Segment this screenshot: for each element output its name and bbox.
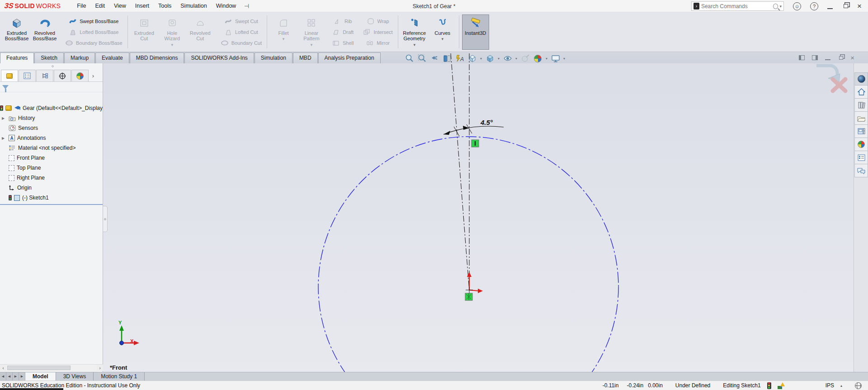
unit-system[interactable]: IPS	[785, 382, 840, 389]
dropdown-arrow-icon[interactable]: ▾	[441, 37, 443, 42]
swept-cut-button[interactable]: Swept Cut	[222, 17, 260, 26]
tab-nav-last-icon[interactable]: ▶	[19, 372, 25, 380]
menu-view[interactable]: View	[109, 0, 131, 12]
unit-system-dropdown-icon[interactable]: ▴	[840, 384, 842, 388]
tab-simulation[interactable]: Simulation	[255, 52, 292, 63]
tab-propertymanager[interactable]	[19, 70, 36, 81]
search-dropdown-icon[interactable]: ▾	[780, 4, 782, 9]
manager-tabs-overflow-icon[interactable]: ›	[89, 70, 97, 81]
angle-dimension-value[interactable]: 4.5°	[481, 119, 493, 126]
view-orientation-dropdown-icon[interactable]: ▾	[480, 57, 482, 61]
tree-item-front-plane[interactable]: Front Plane	[0, 153, 103, 163]
lofted-boss-base-button[interactable]: Lofted Boss/Base	[66, 28, 121, 37]
boundary-cut-button[interactable]: Boundary Cut	[218, 38, 264, 48]
forum-icon[interactable]	[854, 164, 868, 177]
revolved-cut-button[interactable]: Revolved Cut	[187, 14, 214, 50]
reference-geometry-button[interactable]: Reference Geometry ▾	[401, 14, 428, 50]
tree-item-history[interactable]: ▶ History	[0, 113, 103, 123]
edit-appearance-icon[interactable]	[520, 54, 530, 63]
curves-button[interactable]: Curves ▾	[429, 14, 456, 50]
search-commands-box[interactable]: › ▾	[691, 1, 784, 11]
hide-show-items-icon[interactable]	[503, 54, 512, 63]
design-library-icon[interactable]	[854, 99, 868, 112]
close-button[interactable]: ×	[857, 2, 862, 10]
tree-item-right-plane[interactable]: Right Plane	[0, 173, 103, 183]
wrap-button[interactable]: Wrap	[364, 17, 392, 26]
tab-nav-next-icon[interactable]: ▶	[13, 372, 19, 380]
dropdown-arrow-icon[interactable]: ▾	[171, 43, 173, 48]
panel-splitter-handle[interactable]	[52, 65, 54, 67]
tab-nav-first-icon[interactable]: ◀	[0, 372, 6, 380]
document-minimize-button[interactable]	[825, 55, 830, 60]
boundary-boss-base-button[interactable]: Boundary Boss/Base	[63, 38, 125, 48]
menu-tools[interactable]: Tools	[154, 0, 176, 12]
tree-root-gear[interactable]: Gear (Default<<Default>_Display	[0, 103, 103, 113]
document-restore-button[interactable]	[839, 56, 843, 60]
help-icon[interactable]: ?	[810, 2, 818, 10]
scrollbar-track[interactable]	[6, 365, 97, 371]
file-explorer-icon[interactable]	[854, 112, 868, 125]
menu-window[interactable]: Window	[212, 0, 241, 12]
tab-analysis-preparation[interactable]: Analysis Preparation	[318, 52, 381, 63]
dropdown-arrow-icon[interactable]: ▾	[311, 43, 313, 48]
mirror-button[interactable]: Mirror	[363, 38, 392, 48]
view-palette-icon[interactable]	[854, 125, 868, 138]
scrollbar-thumb[interactable]	[7, 366, 71, 370]
tags-globe-icon[interactable]	[855, 382, 862, 389]
display-style-dropdown-icon[interactable]: ▾	[498, 57, 500, 61]
view-settings-icon[interactable]	[551, 54, 560, 63]
dynamic-annotation-views-icon[interactable]: A	[455, 54, 464, 63]
panel-collapse-handle[interactable]	[103, 206, 108, 232]
menu-insert[interactable]: Insert	[131, 0, 154, 12]
tab-displaymanager[interactable]	[71, 70, 89, 81]
section-view-icon[interactable]	[442, 54, 452, 63]
view-settings-dropdown-icon[interactable]: ▾	[563, 57, 565, 61]
tab-evaluate[interactable]: Evaluate	[95, 52, 129, 63]
tab-3d-views[interactable]: 3D Views	[56, 372, 94, 380]
shell-button[interactable]: Shell	[330, 38, 356, 48]
apply-scene-dropdown-icon[interactable]: ▾	[546, 57, 547, 61]
tab-solidworks-add-ins[interactable]: SOLIDWORKS Add-Ins	[184, 52, 254, 63]
hide-show-items-dropdown-icon[interactable]: ▾	[515, 57, 517, 61]
tab-sketch[interactable]: Sketch	[34, 52, 64, 63]
graphics-viewport[interactable]	[103, 52, 854, 372]
extruded-cut-button[interactable]: Extruded Cut	[131, 14, 158, 50]
instant3d-button[interactable]: Instant3D	[462, 14, 489, 50]
zoom-to-fit-icon[interactable]	[404, 54, 414, 63]
fillet-button[interactable]: Fillet ▾	[270, 14, 297, 50]
minimize-button[interactable]	[827, 4, 833, 9]
pane-toggle-left-icon[interactable]	[799, 55, 805, 60]
swept-boss-base-button[interactable]: Swept Boss/Base	[66, 17, 121, 26]
tab-model[interactable]: Model	[25, 372, 56, 380]
zoom-to-area-icon[interactable]	[417, 54, 426, 63]
tree-item-top-plane[interactable]: Top Plane	[0, 163, 103, 173]
dropdown-arrow-icon[interactable]: ▾	[413, 43, 415, 48]
expand-arrow-icon[interactable]: ▶	[0, 116, 6, 120]
linear-pattern-button[interactable]: Linear Pattern ▾	[298, 14, 325, 50]
custom-properties-icon[interactable]	[854, 151, 868, 164]
expand-arrow-icon[interactable]: ▶	[0, 136, 6, 140]
tab-markup[interactable]: Markup	[64, 52, 95, 63]
tree-item-sensors[interactable]: Sensors	[0, 123, 103, 133]
tab-nav-prev-icon[interactable]: ◀	[6, 372, 13, 380]
scroll-right-icon[interactable]: ›	[97, 365, 103, 371]
dropdown-arrow-icon[interactable]: ▾	[283, 37, 285, 42]
tree-filter-icon[interactable]	[2, 85, 9, 89]
performance-warning-icon[interactable]	[778, 382, 785, 389]
extruded-boss-base-button[interactable]: Extruded Boss/Base	[3, 14, 30, 50]
tree-item-material[interactable]: Material <not specified>	[0, 143, 103, 153]
intersect-button[interactable]: Intersect	[360, 28, 395, 37]
previous-view-icon[interactable]	[429, 54, 439, 63]
rib-button[interactable]: Rib	[331, 17, 354, 26]
tree-item-annotations[interactable]: ▶ A Annotations	[0, 133, 103, 143]
tab-configurationmanager[interactable]	[36, 70, 53, 81]
tree-item-sketch1[interactable]: (-) Sketch1	[0, 193, 103, 203]
solidworks-resources-icon[interactable]	[854, 72, 868, 86]
tab-motion-study-1[interactable]: Motion Study 1	[94, 372, 145, 380]
menu-file[interactable]: File	[72, 0, 90, 12]
menu-pin-icon[interactable]: ⊤	[243, 3, 250, 8]
account-icon[interactable]: ☺	[793, 2, 801, 10]
display-style-icon[interactable]	[485, 54, 495, 63]
menu-edit[interactable]: Edit	[90, 0, 109, 12]
panel-horizontal-scrollbar[interactable]: ‹ ›	[0, 364, 103, 371]
